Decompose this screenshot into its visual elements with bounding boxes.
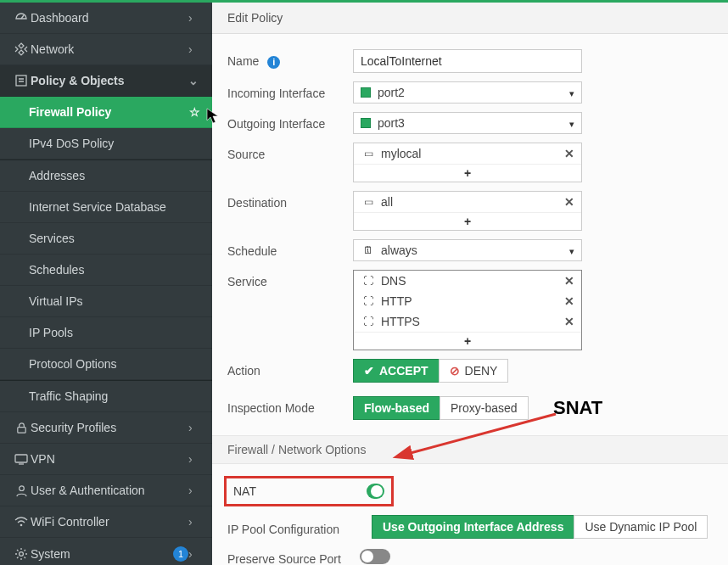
- service-icon: ⛶: [361, 295, 376, 307]
- svg-rect-0: [16, 76, 26, 86]
- schedule-label: Schedule: [227, 239, 353, 258]
- service-item: HTTP: [381, 294, 412, 308]
- ippool-dynamic-button[interactable]: Use Dynamic IP Pool: [574, 515, 708, 539]
- sidebar-item-schedules[interactable]: Schedules: [0, 255, 212, 286]
- check-icon: ✔: [364, 364, 374, 378]
- service-item: DNS: [381, 274, 406, 288]
- vpn-icon: [12, 453, 31, 465]
- info-icon[interactable]: i: [267, 56, 280, 69]
- sidebar-item-policy-objects[interactable]: Policy & Objects ⌄: [0, 65, 212, 97]
- wifi-icon: [12, 516, 31, 528]
- outgoing-interface-select[interactable]: port3: [353, 112, 582, 134]
- sidebar-item-ipv4-dos[interactable]: IPv4 DoS Policy: [0, 128, 212, 159]
- nat-label: NAT: [233, 484, 256, 498]
- destination-select[interactable]: ▭ all ✕ +: [353, 191, 582, 231]
- action-label: Action: [227, 359, 353, 378]
- source-select[interactable]: ▭ mylocal ✕ +: [353, 143, 582, 182]
- page-title: Edit Policy: [212, 3, 728, 34]
- destination-label: Destination: [227, 191, 353, 210]
- sidebar: Dashboard › Network › Policy & Objects ⌄…: [0, 0, 212, 565]
- sidebar-item-security-profiles[interactable]: Security Profiles ›: [0, 412, 212, 444]
- sidebar-item-label: Addresses: [29, 169, 200, 182]
- chevron-right-icon: ›: [188, 421, 200, 434]
- schedule-value: always: [381, 243, 417, 257]
- sidebar-item-label: Network: [31, 42, 188, 56]
- add-service-button[interactable]: +: [354, 332, 581, 350]
- sidebar-item-label: User & Authentication: [31, 484, 188, 497]
- svg-rect-1: [17, 427, 25, 433]
- remove-icon[interactable]: ✕: [564, 195, 574, 209]
- inspection-toggle: Flow-based Proxy-based: [353, 396, 529, 420]
- sidebar-item-dashboard[interactable]: Dashboard ›: [0, 3, 212, 34]
- service-select[interactable]: ⛶ DNS ✕ ⛶ HTTP ✕ ⛶ HTTPS ✕ +: [353, 270, 582, 350]
- sidebar-item-addresses[interactable]: Addresses: [0, 160, 212, 192]
- add-destination-button[interactable]: +: [354, 212, 581, 230]
- service-icon: ⛶: [361, 316, 376, 327]
- schedule-select[interactable]: 🗓 always: [353, 239, 582, 261]
- remove-icon[interactable]: ✕: [564, 147, 574, 160]
- lock-icon: [12, 422, 31, 434]
- caret-down-icon: [569, 86, 574, 99]
- chevron-right-icon: ›: [188, 42, 200, 56]
- address-icon: ▭: [361, 148, 376, 159]
- preserve-port-label: Preserve Source Port: [227, 547, 360, 565]
- sidebar-item-label: Firewall Policy: [29, 105, 200, 119]
- action-accept-button[interactable]: ✔ ACCEPT: [353, 359, 440, 383]
- sidebar-item-services[interactable]: Services: [0, 223, 212, 255]
- sidebar-item-isdb[interactable]: Internet Service Database: [0, 192, 212, 223]
- sidebar-item-label: Traffic Shaping: [29, 389, 200, 403]
- remove-icon[interactable]: ✕: [564, 315, 574, 328]
- inspection-mode-label: Inspection Mode: [227, 396, 353, 415]
- chevron-down-icon: ⌄: [188, 74, 200, 87]
- sidebar-item-user-auth[interactable]: User & Authentication ›: [0, 475, 212, 506]
- action-deny-button[interactable]: ⊘ DENY: [439, 359, 509, 383]
- caret-down-icon: [569, 116, 574, 130]
- sidebar-item-label: IP Pools: [29, 326, 200, 339]
- sidebar-item-label: Protocol Options: [29, 357, 200, 371]
- sidebar-item-system[interactable]: System 1 ›: [0, 538, 212, 565]
- svg-point-3: [19, 485, 24, 490]
- nat-toggle[interactable]: [367, 484, 384, 499]
- sidebar-item-label: Internet Service Database: [29, 200, 200, 214]
- chevron-right-icon: ›: [188, 484, 200, 497]
- name-input[interactable]: [353, 49, 582, 73]
- schedule-icon: 🗓: [361, 244, 376, 256]
- incoming-interface-value: port2: [378, 86, 405, 99]
- add-source-button[interactable]: +: [354, 164, 581, 182]
- sidebar-item-ip-pools[interactable]: IP Pools: [0, 317, 212, 349]
- sidebar-item-firewall-policy[interactable]: Firewall Policy ☆: [0, 97, 212, 128]
- destination-item: all: [381, 195, 393, 209]
- sidebar-item-label: Services: [29, 232, 200, 245]
- service-icon: ⛶: [361, 275, 376, 287]
- remove-icon[interactable]: ✕: [564, 274, 574, 288]
- ippool-outgoing-button[interactable]: Use Outgoing Interface Address: [372, 515, 574, 539]
- name-label: Name i: [227, 49, 353, 69]
- action-toggle: ✔ ACCEPT ⊘ DENY: [353, 359, 508, 383]
- sidebar-item-label: VPN: [31, 452, 188, 466]
- sidebar-item-label: Dashboard: [31, 11, 188, 25]
- preserve-port-toggle[interactable]: [360, 549, 390, 564]
- sidebar-item-network[interactable]: Network ›: [0, 34, 212, 65]
- dashboard-icon: [12, 11, 31, 25]
- svg-point-4: [20, 524, 23, 527]
- sidebar-item-vpn[interactable]: VPN ›: [0, 444, 212, 475]
- nat-highlight-box: NAT: [224, 476, 394, 506]
- service-item: HTTPS: [381, 315, 420, 328]
- source-item: mylocal: [381, 147, 421, 160]
- interface-swatch-icon: [361, 118, 371, 128]
- chevron-right-icon: ›: [188, 11, 200, 25]
- sidebar-item-wifi[interactable]: WiFi Controller ›: [0, 506, 212, 538]
- svg-point-5: [20, 552, 24, 557]
- network-icon: [12, 42, 31, 56]
- chevron-right-icon: ›: [188, 515, 200, 529]
- remove-icon[interactable]: ✕: [564, 294, 574, 308]
- sidebar-item-virtual-ips[interactable]: Virtual IPs: [0, 286, 212, 317]
- inspection-proxy-button[interactable]: Proxy-based: [440, 396, 529, 420]
- sidebar-item-traffic-shaping[interactable]: Traffic Shaping: [0, 381, 212, 412]
- incoming-interface-select[interactable]: port2: [353, 81, 582, 103]
- inspection-flow-button[interactable]: Flow-based: [353, 396, 440, 420]
- sidebar-item-protocol-options[interactable]: Protocol Options: [0, 349, 212, 380]
- caret-down-icon: [569, 243, 574, 257]
- sidebar-item-label: Schedules: [29, 263, 200, 277]
- star-icon[interactable]: ☆: [189, 105, 200, 119]
